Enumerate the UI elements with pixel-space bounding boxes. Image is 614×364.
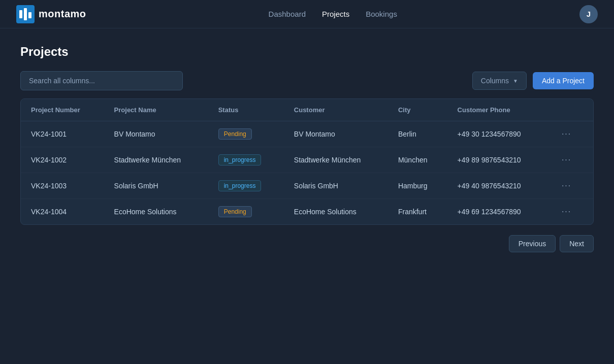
cell-status: in_progress (208, 173, 284, 199)
search-wrapper (20, 71, 183, 90)
projects-table-container: Project Number Project Name Status Custo… (20, 98, 594, 225)
cell-phone: +49 89 9876543210 (447, 147, 547, 173)
cell-status: in_progress (208, 147, 284, 173)
previous-button[interactable]: Previous (509, 235, 556, 252)
cell-project-number: VK24-1003 (21, 173, 104, 199)
toolbar-right: Columns ▼ Add a Project (472, 72, 594, 90)
cell-project-name: BV Montamo (104, 121, 208, 147)
cell-actions: ··· (547, 199, 593, 225)
nav-dashboard[interactable]: Dashboard (269, 10, 306, 18)
status-badge: Pending (218, 128, 252, 140)
cell-actions: ··· (547, 173, 593, 199)
col-customer-phone: Customer Phone (447, 99, 547, 121)
main-content: Projects Columns ▼ Add a Project Project… (0, 28, 614, 269)
cell-city: Frankfurt (388, 199, 447, 225)
cell-phone: +49 30 1234567890 (447, 121, 547, 147)
nav-projects[interactable]: Projects (322, 10, 349, 18)
col-city: City (388, 99, 447, 121)
cell-city: Hamburg (388, 173, 447, 199)
logo: montamo (16, 5, 86, 23)
col-customer: Customer (284, 99, 388, 121)
next-button[interactable]: Next (560, 235, 594, 252)
cell-customer: Stadtwerke München (284, 147, 388, 173)
toolbar: Columns ▼ Add a Project (20, 71, 594, 90)
cell-city: Berlin (388, 121, 447, 147)
cell-project-name: Solaris GmbH (104, 173, 208, 199)
col-actions (547, 99, 593, 121)
cell-project-number: VK24-1002 (21, 147, 104, 173)
row-actions-button[interactable]: ··· (558, 128, 575, 140)
row-actions-button[interactable]: ··· (558, 206, 575, 217)
columns-label: Columns (481, 77, 509, 85)
table-header: Project Number Project Name Status Custo… (21, 99, 593, 121)
cell-project-number: VK24-1001 (21, 121, 104, 147)
table-row: VK24-1002 Stadtwerke München in_progress… (21, 147, 593, 173)
chevron-down-icon: ▼ (513, 78, 518, 84)
svg-rect-2 (24, 8, 27, 20)
svg-rect-3 (28, 12, 31, 18)
col-project-number: Project Number (21, 99, 104, 121)
nav-bookings[interactable]: Bookings (366, 10, 397, 18)
col-project-name: Project Name (104, 99, 208, 121)
col-status: Status (208, 99, 284, 121)
pagination: Previous Next (20, 235, 594, 252)
header: montamo Dashboard Projects Bookings J (0, 0, 614, 28)
table-body: VK24-1001 BV Montamo Pending BV Montamo … (21, 121, 593, 225)
status-badge: in_progress (218, 154, 262, 166)
cell-phone: +49 40 9876543210 (447, 173, 547, 199)
cell-customer: BV Montamo (284, 121, 388, 147)
logo-text: montamo (39, 8, 86, 20)
search-input[interactable] (20, 71, 183, 90)
cell-city: München (388, 147, 447, 173)
row-actions-button[interactable]: ··· (558, 154, 575, 166)
cell-project-name: Stadtwerke München (104, 147, 208, 173)
table-row: VK24-1003 Solaris GmbH in_progress Solar… (21, 173, 593, 199)
cell-status: Pending (208, 121, 284, 147)
avatar[interactable]: J (579, 5, 598, 23)
row-actions-button[interactable]: ··· (558, 180, 575, 191)
cell-project-number: VK24-1004 (21, 199, 104, 225)
cell-customer: EcoHome Solutions (284, 199, 388, 225)
cell-project-name: EcoHome Solutions (104, 199, 208, 225)
status-badge: in_progress (218, 180, 262, 191)
page-title: Projects (20, 45, 594, 59)
status-badge: Pending (218, 206, 252, 217)
cell-customer: Solaris GmbH (284, 173, 388, 199)
projects-table: Project Number Project Name Status Custo… (21, 99, 593, 224)
cell-actions: ··· (547, 121, 593, 147)
columns-button[interactable]: Columns ▼ (472, 72, 527, 90)
cell-phone: +49 69 1234567890 (447, 199, 547, 225)
cell-actions: ··· (547, 147, 593, 173)
add-project-button[interactable]: Add a Project (533, 72, 594, 89)
table-row: VK24-1001 BV Montamo Pending BV Montamo … (21, 121, 593, 147)
svg-rect-1 (19, 10, 22, 18)
nav-links: Dashboard Projects Bookings (269, 10, 397, 18)
cell-status: Pending (208, 199, 284, 225)
logo-icon (16, 5, 35, 23)
table-row: VK24-1004 EcoHome Solutions Pending EcoH… (21, 199, 593, 225)
